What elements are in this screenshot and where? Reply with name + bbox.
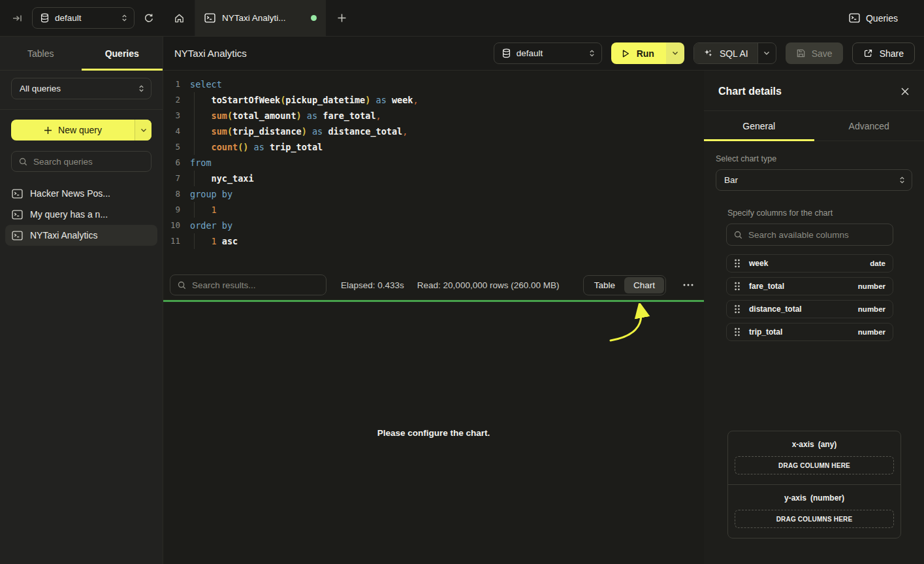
chart-type-select[interactable]: Bar [716,169,912,191]
x-axis-drop-zone[interactable]: DRAG COLUMN HERE [735,456,894,474]
more-options-icon[interactable] [680,284,696,286]
code-line[interactable]: 91 [163,202,704,218]
code-line[interactable]: 6from [163,155,704,171]
column-type: date [870,259,885,267]
run-options-dropdown[interactable] [666,42,684,64]
line-content: sum(total_amount) as fare_total, [190,108,381,124]
chart-panel-header: Chart details [704,71,924,111]
database-icon [502,48,511,58]
code-line[interactable]: 8group by [163,186,704,202]
view-chart-button[interactable]: Chart [624,277,664,293]
tab-advanced[interactable]: Advanced [814,111,924,141]
code-line[interactable]: 4sum(trip_distance) as distance_total, [163,124,704,139]
chevron-down-icon [672,51,678,56]
query-filter-select[interactable]: All queries [11,78,151,99]
view-table-button[interactable]: Table [585,277,624,293]
sidebar: Tables Queries All queries New query [0,37,163,564]
elapsed-stat: Elapsed: 0.433s [341,280,404,290]
columns-list: weekdatefare_totalnumberdistance_totalnu… [726,254,893,341]
run-button-main[interactable]: Run [611,42,666,64]
column-chip-fare_total[interactable]: fare_totalnumber [726,277,893,295]
code-line[interactable]: 1select [163,76,704,92]
line-content: 1 asc [190,233,238,249]
code-line[interactable]: 3sum(total_amount) as fare_total, [163,108,704,124]
view-toggle: Table Chart [583,275,666,295]
query-list-item[interactable]: My query has a n... [5,204,157,225]
line-number: 1 [163,76,180,92]
active-tab-underline [82,69,163,71]
code-line[interactable]: 111 asc [163,233,704,249]
column-name: fare_total [749,282,784,291]
close-icon[interactable] [900,87,910,96]
y-axis-drop-zone[interactable]: DRAG COLUMNS HERE [735,510,894,528]
query-search-input[interactable] [33,157,144,167]
drag-handle-icon[interactable] [734,327,741,337]
query-tab[interactable]: NYTaxi Analyti... [195,0,326,36]
new-query-main[interactable]: New query [11,120,135,141]
columns-section: Specify columns for the chart weekdatefa… [726,208,893,346]
queries-link[interactable]: Queries [849,0,924,36]
chart-type-value: Bar [724,175,893,185]
query-list-item[interactable]: Hacker News Pos... [5,183,157,204]
tab-general[interactable]: General [704,111,814,141]
topbar-left: default [0,0,163,36]
tab-tables[interactable]: Tables [0,37,82,70]
sql-ai-dropdown[interactable] [757,43,776,63]
run-button[interactable]: Run [611,42,684,64]
line-number: 11 [163,233,180,249]
results-search-input[interactable] [192,280,319,290]
drag-handle-icon[interactable] [734,305,741,314]
chevron-down-icon [140,128,147,133]
query-list: Hacker News Pos...My query has a n...NYT… [0,177,163,252]
columns-search-input[interactable] [748,230,885,240]
code-line[interactable]: 10order by [163,218,704,233]
collapse-sidebar-icon[interactable] [12,13,23,24]
home-tab[interactable] [163,0,195,36]
column-chip-week[interactable]: weekdate [726,254,893,273]
code-line[interactable]: 2toStartOfWeek(pickup_datetime) as week, [163,92,704,108]
new-query-dropdown[interactable] [135,120,151,141]
new-query-button[interactable]: New query [11,120,151,141]
run-database-selector[interactable]: default [494,42,602,64]
column-type: number [858,328,885,336]
columns-search-box[interactable] [726,224,893,246]
column-chip-trip_total[interactable]: trip_totalnumber [726,323,893,341]
code-line[interactable]: 5count() as trip_total [163,139,704,155]
run-database-value: default [517,48,583,58]
drag-handle-icon[interactable] [734,259,741,268]
save-icon [796,48,806,58]
query-filter-value: All queries [20,84,133,93]
query-search-section [0,145,163,177]
sql-ai-main[interactable]: SQL AI [694,43,757,63]
refresh-icon[interactable] [144,13,154,24]
code-line[interactable]: 7nyc_taxi [163,171,704,186]
drag-handle-icon[interactable] [734,282,741,291]
chart-panel-body: Select chart type Bar Specify columns fo… [704,141,924,564]
share-button[interactable]: Share [852,42,915,64]
column-chip-distance_total[interactable]: distance_totalnumber [726,300,893,318]
save-button[interactable]: Save [786,42,843,64]
query-list-item[interactable]: NYTaxi Analytics [5,225,157,246]
chart-type-label: Select chart type [716,154,912,163]
chevron-updown-icon [899,176,905,184]
query-tab-label: NYTaxi Analyti... [222,13,304,23]
query-search-box[interactable] [11,151,151,172]
sql-ai-button[interactable]: SQL AI [693,42,776,64]
line-number: 7 [163,171,180,186]
topbar: default NYTaxi Analyti... [0,0,924,37]
sql-editor[interactable]: 1select2toStartOfWeek(pickup_datetime) a… [163,71,704,270]
sparkles-icon [703,48,713,58]
new-tab-button[interactable] [326,0,357,36]
search-icon [734,231,742,239]
line-number: 10 [163,218,180,233]
results-search-box[interactable] [170,274,327,295]
query-item-label: NYTaxi Analytics [30,230,97,241]
line-content: select [190,76,222,92]
terminal-icon [12,231,23,241]
unsaved-dot-icon [311,15,317,21]
terminal-icon [12,210,23,220]
share-button-label: Share [880,48,904,59]
tab-queries[interactable]: Queries [82,37,163,70]
topbar-database-selector[interactable]: default [32,7,135,29]
x-axis-section: x-axis(any) DRAG COLUMN HERE [728,431,900,484]
